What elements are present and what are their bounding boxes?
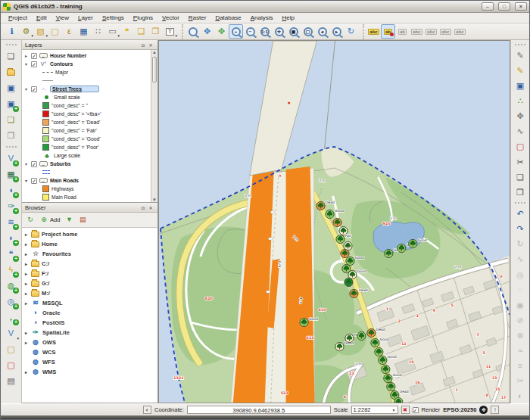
legend-item[interactable]: "cond_desc" = 'Poor' bbox=[23, 143, 157, 151]
move-label-icon[interactable]: abc bbox=[424, 24, 438, 39]
add-wms-layer-icon[interactable]: ❝+ bbox=[3, 246, 19, 262]
toggle-editing-icon[interactable]: ✎ bbox=[513, 64, 528, 79]
panel-float-icon[interactable]: ⧉ bbox=[139, 42, 147, 48]
pan-map-icon[interactable]: ✥ bbox=[200, 24, 214, 39]
browser-item-postgis[interactable]: ◖PostGIS bbox=[23, 318, 157, 328]
coordinate-input[interactable]: 390890.9,6462938.5 bbox=[187, 406, 331, 414]
expander-icon[interactable]: ▾ bbox=[23, 178, 29, 183]
expander-icon[interactable]: ▸ bbox=[23, 53, 29, 58]
minimize-button[interactable]: – bbox=[482, 2, 494, 11]
map-canvas[interactable]: DeadGoodFairGoodGoodDeadGoodGoodGoodGood… bbox=[158, 40, 510, 403]
current-edits-icon[interactable]: ✎ bbox=[513, 48, 528, 64]
menu-edit[interactable]: Edit bbox=[32, 14, 51, 22]
layer-item-street-trees[interactable]: ▾✓∴Street Trees bbox=[23, 85, 157, 93]
reshape-features-icon[interactable]: ≈ bbox=[513, 343, 528, 358]
measure-line-icon[interactable]: ▭▾ bbox=[105, 24, 120, 39]
menu-vector[interactable]: Vector bbox=[157, 14, 184, 22]
offset-curve-icon[interactable]: ≡ bbox=[513, 358, 528, 373]
identify-features-icon[interactable]: ℹ bbox=[5, 24, 19, 39]
browser-item-ows[interactable]: ▸◍OWS bbox=[23, 338, 157, 347]
paste-features-icon[interactable]: ❐ bbox=[513, 185, 528, 200]
add-wcs-layer-icon[interactable]: ◍+ bbox=[3, 278, 19, 294]
delete-ring-icon[interactable]: ⊘ bbox=[513, 313, 528, 328]
layer-item-main-roads[interactable]: ▾✓Main Roads bbox=[23, 176, 157, 185]
toolbar-handle[interactable] bbox=[6, 44, 17, 47]
menu-analysis[interactable]: Analysis bbox=[246, 14, 278, 22]
add-part-icon[interactable]: ◌ bbox=[513, 282, 528, 297]
render-checkbox[interactable]: ✓ bbox=[413, 407, 419, 413]
panel-float-icon[interactable]: ⧉ bbox=[139, 204, 147, 211]
legend-item[interactable]: Main Road bbox=[23, 193, 157, 201]
node-tool-icon[interactable]: ∿ bbox=[513, 124, 528, 139]
deselect-features-icon[interactable]: ▢ bbox=[48, 24, 62, 39]
add-mssql-layer-icon[interactable]: ≋+ bbox=[3, 214, 19, 230]
expander-icon[interactable]: ▾ bbox=[23, 86, 29, 92]
menu-raster[interactable]: Raster bbox=[184, 14, 211, 22]
toolbar-handle[interactable] bbox=[515, 44, 525, 47]
select-by-expression-icon[interactable]: ε bbox=[62, 24, 76, 39]
change-label-properties-icon[interactable]: abc bbox=[453, 24, 467, 39]
pan-to-selection-icon[interactable]: ✥ bbox=[214, 24, 229, 39]
browser-item-project-home[interactable]: ▸Project home bbox=[23, 229, 157, 239]
copy-features-icon[interactable]: ❏ bbox=[513, 170, 528, 185]
close-button[interactable]: ✕ bbox=[515, 2, 527, 11]
legend-item[interactable] bbox=[23, 168, 157, 176]
legend-item[interactable]: "cond_desc" = 'Good' bbox=[23, 135, 157, 143]
menu-settings[interactable]: Settings bbox=[98, 14, 129, 22]
expander-icon[interactable]: ▸ bbox=[23, 281, 29, 286]
show-bookmarks-icon[interactable]: ❐ bbox=[148, 24, 163, 39]
layer-item-house-number[interactable]: ▸✓House Number bbox=[23, 51, 157, 60]
layer-visibility-checkbox[interactable]: ✓ bbox=[31, 61, 37, 67]
map-tips-icon[interactable]: ❝ bbox=[120, 24, 134, 39]
save-project-as-icon[interactable]: ▣+ bbox=[3, 96, 19, 112]
menu-help[interactable]: Help bbox=[277, 14, 298, 22]
expander-icon[interactable]: ▸ bbox=[23, 232, 29, 237]
panel-close-icon[interactable]: ✕ bbox=[147, 42, 154, 48]
highlight-pinned-labels-icon[interactable]: ab bbox=[395, 24, 410, 39]
layers-scrollbar[interactable]: ▲▼ bbox=[151, 50, 157, 202]
touch-zoom-pan-icon[interactable] bbox=[186, 24, 200, 39]
panel-close-icon[interactable]: ✕ bbox=[147, 204, 154, 211]
cut-features-icon[interactable]: ✂ bbox=[513, 154, 528, 170]
new-print-composer-icon[interactable]: ❏ bbox=[3, 112, 19, 128]
new-shapefile-layer-icon[interactable]: V▾ bbox=[3, 325, 19, 341]
expander-icon[interactable]: ▸ bbox=[23, 330, 29, 335]
pin-unpin-labels-icon[interactable]: ab bbox=[381, 24, 395, 39]
browser-item-wfs[interactable]: ◍WFS bbox=[23, 357, 157, 367]
menu-database[interactable]: Database bbox=[210, 14, 245, 22]
zoom-native-icon[interactable]: 1:1 bbox=[257, 24, 272, 39]
text-annotation-icon[interactable]: T▾ bbox=[163, 24, 177, 39]
browser-item-oracle[interactable]: ◗Oracle bbox=[23, 308, 157, 318]
zoom-last-icon[interactable]: ◂ bbox=[315, 24, 329, 39]
layer-item-contours[interactable]: ▾✓V°Contours bbox=[23, 60, 157, 68]
menu-project[interactable]: Project bbox=[4, 14, 32, 22]
browser-item-m-[interactable]: ▸M:/ bbox=[23, 288, 157, 298]
stop-rendering-icon[interactable]: ✖ bbox=[401, 406, 410, 414]
add-delimited-text-layer-icon[interactable]: ꓹ+ bbox=[3, 310, 19, 325]
zoom-full-icon[interactable]: ✛ bbox=[272, 24, 286, 39]
field-calculator-icon[interactable]: ∷ bbox=[91, 24, 105, 39]
new-project-icon[interactable]: ❏ bbox=[3, 48, 19, 64]
legend-item[interactable]: Highways bbox=[23, 185, 157, 193]
rotate-label-icon[interactable]: abc bbox=[438, 24, 453, 39]
expander-icon[interactable]: ▸ bbox=[23, 300, 29, 306]
expander-icon[interactable]: ▸ bbox=[23, 291, 29, 296]
add-vector-layer-icon[interactable]: V+ bbox=[3, 151, 19, 166]
add-postgis-layer-icon[interactable]: ◖+ bbox=[3, 182, 19, 198]
browser-item-g-[interactable]: ▸G:/ bbox=[23, 278, 157, 288]
layer-item-suburbs[interactable]: ▾✓Suburbs bbox=[23, 160, 157, 168]
layer-visibility-checkbox[interactable]: ✓ bbox=[31, 53, 37, 59]
delete-selected-icon[interactable]: ▢ bbox=[513, 139, 528, 154]
zoom-to-layer-icon[interactable]: ▢ bbox=[301, 24, 315, 39]
print-composer-icon[interactable]: ▤ bbox=[3, 373, 19, 389]
add-wfs-layer-icon[interactable]: ◎+ bbox=[3, 294, 19, 310]
fill-ring-icon[interactable]: ◉ bbox=[513, 297, 528, 313]
show-hide-labels-icon[interactable]: abc bbox=[410, 24, 424, 39]
undo-icon[interactable]: ↶ bbox=[513, 207, 528, 222]
zoom-in-icon[interactable]: + bbox=[229, 24, 243, 39]
run-feature-action-icon[interactable]: ⚙▾ bbox=[19, 24, 33, 39]
legend-item[interactable]: Small scale bbox=[23, 93, 157, 101]
menu-view[interactable]: View bbox=[51, 14, 73, 22]
browser-item-spatialite[interactable]: ▸✑SpatiaLite bbox=[23, 328, 157, 338]
crs-projection-button[interactable]: ✥ bbox=[479, 406, 488, 414]
